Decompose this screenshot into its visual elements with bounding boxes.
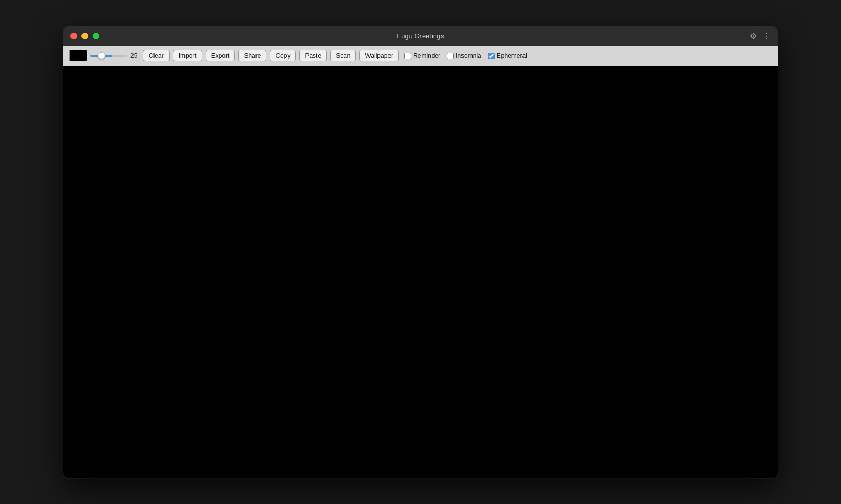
insomnia-label[interactable]: Insomnia [447, 52, 481, 59]
reminder-label[interactable]: Reminder [404, 52, 440, 59]
slider-value: 25 [130, 52, 140, 59]
ephemeral-checkbox[interactable] [488, 53, 495, 59]
reminder-checkbox[interactable] [404, 53, 411, 59]
titlebar-actions: ⚙ ⋮ [750, 31, 771, 41]
insomnia-checkbox[interactable] [447, 53, 454, 59]
import-button[interactable]: Import [173, 50, 202, 61]
titlebar: Fugu Greetings ⚙ ⋮ [63, 26, 778, 46]
extensions-icon[interactable]: ⚙ [750, 31, 757, 41]
reminder-label-text: Reminder [413, 52, 440, 59]
canvas-area[interactable] [63, 66, 778, 478]
minimize-button[interactable] [81, 33, 88, 39]
export-button[interactable]: Export [206, 50, 235, 61]
wallpaper-button[interactable]: Wallpaper [359, 50, 399, 61]
copy-button[interactable]: Copy [270, 50, 296, 61]
menu-icon[interactable]: ⋮ [762, 31, 771, 41]
toolbar: 25 Clear Import Export Share Copy Paste … [63, 46, 778, 66]
color-swatch[interactable] [69, 50, 87, 61]
app-window: Fugu Greetings ⚙ ⋮ 25 Clear Import Expor… [63, 26, 778, 478]
scan-button[interactable]: Scan [330, 50, 356, 61]
slider-container: 25 [90, 52, 140, 59]
share-button[interactable]: Share [238, 50, 266, 61]
close-button[interactable] [70, 33, 77, 39]
window-title: Fugu Greetings [397, 32, 444, 40]
ephemeral-label[interactable]: Ephemeral [488, 52, 527, 59]
insomnia-label-text: Insomnia [456, 52, 481, 59]
clear-button[interactable]: Clear [143, 50, 170, 61]
checkbox-group: Reminder Insomnia Ephemeral [404, 52, 527, 59]
ephemeral-label-text: Ephemeral [497, 52, 527, 59]
paste-button[interactable]: Paste [299, 50, 327, 61]
maximize-button[interactable] [93, 33, 99, 39]
traffic-lights [70, 33, 99, 39]
brush-size-slider[interactable] [90, 55, 127, 57]
